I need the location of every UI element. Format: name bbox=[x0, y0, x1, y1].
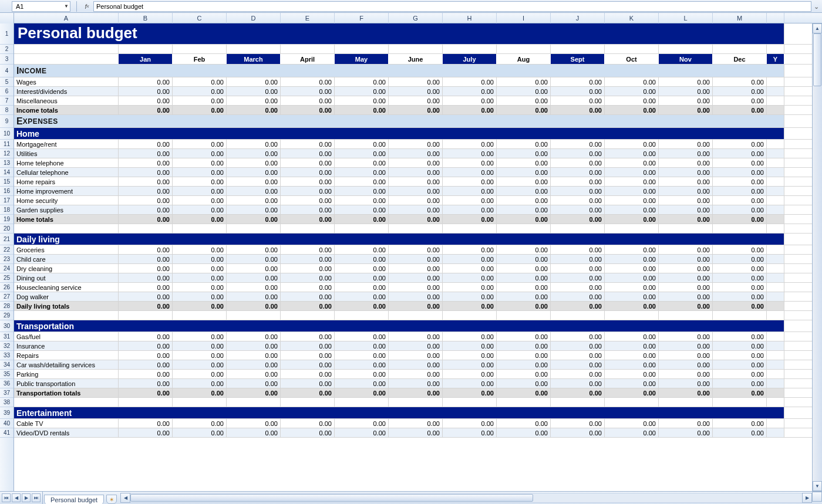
cell[interactable]: 0.00 bbox=[551, 264, 605, 273]
row-header-11[interactable]: 11 bbox=[0, 140, 14, 149]
cell[interactable]: 0.00 bbox=[119, 149, 173, 158]
month-header[interactable]: Jan bbox=[119, 54, 173, 64]
cell[interactable]: 0.00 bbox=[443, 245, 497, 254]
cell[interactable]: 0.00 bbox=[173, 370, 227, 378]
cell[interactable]: 0.00 bbox=[497, 215, 551, 224]
cell[interactable]: 0.00 bbox=[335, 187, 389, 195]
cell[interactable]: 0.00 bbox=[335, 205, 389, 214]
cell[interactable]: 0.00 bbox=[389, 332, 443, 341]
cell[interactable]: 0.00 bbox=[713, 264, 767, 273]
cell[interactable]: 0.00 bbox=[281, 283, 335, 292]
cell[interactable]: 0.00 bbox=[173, 302, 227, 310]
cell[interactable]: 0.00 bbox=[335, 140, 389, 148]
cell[interactable]: 0.00 bbox=[605, 428, 659, 437]
cell[interactable] bbox=[767, 428, 784, 437]
cell[interactable]: 0.00 bbox=[119, 87, 173, 96]
cell[interactable]: 0.00 bbox=[173, 87, 227, 96]
cell[interactable]: 0.00 bbox=[335, 341, 389, 350]
row-label[interactable]: Home totals bbox=[14, 215, 119, 224]
cell[interactable]: 0.00 bbox=[551, 302, 605, 310]
cell[interactable]: 0.00 bbox=[227, 351, 281, 360]
row-header-10[interactable]: 10 bbox=[0, 128, 14, 140]
cell[interactable]: 0.00 bbox=[443, 215, 497, 224]
col-header-E[interactable]: E bbox=[281, 13, 335, 23]
cell[interactable]: 0.00 bbox=[659, 351, 713, 360]
col-header-partial[interactable] bbox=[767, 13, 784, 23]
row-header-33[interactable]: 33 bbox=[0, 351, 14, 360]
row-header-32[interactable]: 32 bbox=[0, 341, 14, 351]
cell[interactable]: 0.00 bbox=[605, 106, 659, 114]
cell[interactable]: 0.00 bbox=[119, 273, 173, 282]
row-header-25[interactable]: 25 bbox=[0, 273, 14, 283]
col-header-K[interactable]: K bbox=[605, 13, 659, 23]
row-label[interactable]: Wages bbox=[14, 77, 119, 86]
cell[interactable]: 0.00 bbox=[389, 370, 443, 378]
cell[interactable] bbox=[335, 224, 389, 233]
cell[interactable]: 0.00 bbox=[551, 332, 605, 341]
cell[interactable] bbox=[281, 311, 335, 320]
cells-area[interactable]: Personal budgetJanFebMarchAprilMayJuneJu… bbox=[14, 23, 812, 491]
cell[interactable]: 0.00 bbox=[659, 140, 713, 148]
cell[interactable]: 0.00 bbox=[497, 245, 551, 254]
cell[interactable] bbox=[605, 45, 659, 53]
row-header-28[interactable]: 28 bbox=[0, 302, 14, 311]
cell[interactable]: 0.00 bbox=[497, 341, 551, 350]
row-label[interactable]: Miscellaneous bbox=[14, 96, 119, 105]
cell[interactable] bbox=[14, 398, 119, 407]
row-header-22[interactable]: 22 bbox=[0, 245, 14, 255]
cell[interactable]: 0.00 bbox=[119, 302, 173, 310]
row-header-7[interactable]: 7 bbox=[0, 96, 14, 106]
cell[interactable]: 0.00 bbox=[335, 149, 389, 158]
cell[interactable]: 0.00 bbox=[605, 351, 659, 360]
cell[interactable] bbox=[767, 398, 784, 407]
row-header-20[interactable]: 20 bbox=[0, 224, 14, 234]
cell[interactable]: 0.00 bbox=[389, 187, 443, 195]
row-header-41[interactable]: 41 bbox=[0, 428, 14, 438]
cell[interactable]: 0.00 bbox=[227, 341, 281, 350]
cell[interactable] bbox=[767, 419, 784, 428]
cell[interactable]: 0.00 bbox=[389, 177, 443, 186]
cell[interactable]: 0.00 bbox=[605, 264, 659, 273]
cell[interactable]: 0.00 bbox=[605, 360, 659, 369]
row-header-38[interactable]: 38 bbox=[0, 398, 14, 407]
row-label[interactable]: Child care bbox=[14, 255, 119, 263]
cell[interactable] bbox=[659, 311, 713, 320]
cell[interactable]: 0.00 bbox=[659, 77, 713, 86]
cell[interactable] bbox=[767, 158, 784, 167]
col-header-G[interactable]: G bbox=[389, 13, 443, 23]
cell[interactable]: 0.00 bbox=[227, 379, 281, 388]
cell[interactable] bbox=[767, 273, 784, 282]
cell[interactable]: 0.00 bbox=[659, 428, 713, 437]
cell[interactable] bbox=[713, 224, 767, 233]
cell[interactable]: 0.00 bbox=[173, 177, 227, 186]
name-box[interactable]: A1 ▼ bbox=[12, 1, 70, 12]
cell[interactable]: 0.00 bbox=[443, 292, 497, 301]
cell[interactable]: 0.00 bbox=[281, 341, 335, 350]
cell[interactable]: 0.00 bbox=[389, 419, 443, 428]
page-title[interactable]: Personal budget bbox=[14, 23, 784, 44]
cell[interactable] bbox=[767, 351, 784, 360]
cell[interactable]: 0.00 bbox=[497, 106, 551, 114]
month-header[interactable]: Aug bbox=[497, 54, 551, 64]
cell[interactable]: 0.00 bbox=[281, 332, 335, 341]
cell[interactable] bbox=[227, 398, 281, 407]
cell[interactable]: 0.00 bbox=[605, 388, 659, 397]
cell[interactable]: Y bbox=[767, 54, 784, 64]
cell[interactable]: 0.00 bbox=[551, 341, 605, 350]
cell[interactable] bbox=[659, 45, 713, 53]
cell[interactable] bbox=[119, 45, 173, 53]
cell[interactable]: 0.00 bbox=[659, 187, 713, 195]
cell[interactable]: 0.00 bbox=[173, 77, 227, 86]
cell[interactable]: 0.00 bbox=[119, 264, 173, 273]
cell[interactable]: 0.00 bbox=[443, 428, 497, 437]
cell[interactable]: 0.00 bbox=[173, 419, 227, 428]
cell[interactable] bbox=[14, 224, 119, 233]
cell[interactable]: 0.00 bbox=[551, 370, 605, 378]
cell[interactable]: 0.00 bbox=[335, 283, 389, 292]
cell[interactable]: 0.00 bbox=[713, 292, 767, 301]
month-header[interactable]: May bbox=[335, 54, 389, 64]
cell[interactable] bbox=[767, 388, 784, 397]
month-header[interactable]: April bbox=[281, 54, 335, 64]
cell[interactable]: 0.00 bbox=[659, 106, 713, 114]
row-label[interactable]: Housecleaning service bbox=[14, 283, 119, 292]
